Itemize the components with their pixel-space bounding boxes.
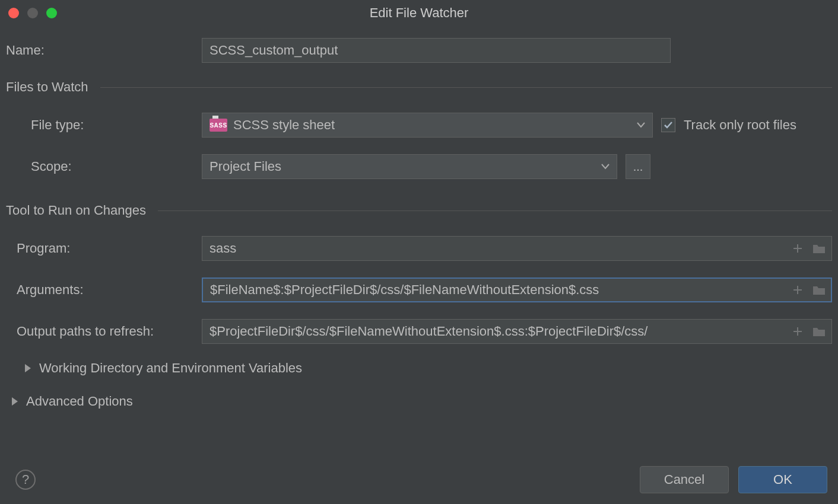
program-row: Program:: [6, 236, 832, 261]
name-row: Name:: [6, 38, 832, 63]
titlebar: Edit File Watcher: [0, 0, 838, 26]
program-label: Program:: [6, 241, 202, 256]
folder-browse-icon[interactable]: [812, 284, 826, 296]
advanced-options-expander-label: Advanced Options: [26, 394, 133, 409]
advanced-options-expander[interactable]: Advanced Options: [12, 394, 832, 409]
scope-select[interactable]: Project Files: [202, 154, 617, 179]
ok-button[interactable]: OK: [738, 466, 827, 493]
section-tool-to-run: Tool to Run on Changes: [6, 203, 832, 218]
output-paths-label: Output paths to refresh:: [6, 324, 202, 339]
arguments-label: Arguments:: [6, 282, 202, 298]
dialog-footer: ? Cancel OK: [0, 458, 838, 504]
arguments-row: Arguments:: [6, 277, 832, 302]
plus-icon[interactable]: [792, 326, 804, 337]
scope-selected: Project Files: [210, 159, 281, 174]
help-button[interactable]: ?: [15, 470, 36, 490]
file-type-select[interactable]: SASS SCSS style sheet: [202, 113, 653, 138]
dialog-content: Name: Files to Watch File type: SASS SCS…: [0, 26, 838, 409]
scope-label: Scope:: [6, 159, 202, 174]
window-title: Edit File Watcher: [0, 5, 838, 21]
plus-icon[interactable]: [792, 284, 804, 296]
folder-browse-icon[interactable]: [812, 243, 826, 254]
track-only-root-label[interactable]: Track only root files: [684, 117, 796, 133]
section-tool-to-run-label: Tool to Run on Changes: [6, 203, 146, 218]
zoom-window-button[interactable]: [46, 8, 57, 18]
triangle-right-icon: [25, 364, 31, 372]
section-files-to-watch: Files to Watch: [6, 79, 832, 95]
minimize-window-button[interactable]: [27, 8, 38, 18]
divider: [158, 210, 832, 211]
track-only-root-checkbox[interactable]: [661, 118, 675, 132]
cancel-button[interactable]: Cancel: [640, 466, 729, 493]
output-paths-row: Output paths to refresh:: [6, 319, 832, 344]
chevron-down-icon: [601, 164, 610, 170]
close-window-button[interactable]: [8, 8, 19, 18]
output-paths-input[interactable]: [202, 319, 832, 344]
window-controls: [8, 8, 57, 18]
sass-file-icon: SASS: [210, 119, 227, 132]
arguments-input[interactable]: [202, 277, 832, 302]
name-input[interactable]: [202, 38, 671, 63]
section-files-to-watch-label: Files to Watch: [6, 79, 88, 95]
file-type-label: File type:: [6, 117, 202, 133]
chevron-down-icon: [637, 122, 645, 128]
triangle-right-icon: [12, 397, 18, 406]
file-type-selected: SCSS style sheet: [233, 117, 335, 133]
scope-browse-button[interactable]: ...: [626, 154, 650, 179]
folder-browse-icon[interactable]: [812, 326, 826, 337]
scope-row: Scope: Project Files ...: [6, 154, 832, 179]
file-type-row: File type: SASS SCSS style sheet Track o…: [6, 113, 832, 138]
working-dir-expander[interactable]: Working Directory and Environment Variab…: [25, 361, 832, 376]
working-dir-expander-label: Working Directory and Environment Variab…: [39, 361, 302, 376]
divider: [100, 87, 832, 88]
name-label: Name:: [6, 43, 202, 58]
program-input[interactable]: [202, 236, 832, 261]
plus-icon[interactable]: [792, 243, 804, 254]
